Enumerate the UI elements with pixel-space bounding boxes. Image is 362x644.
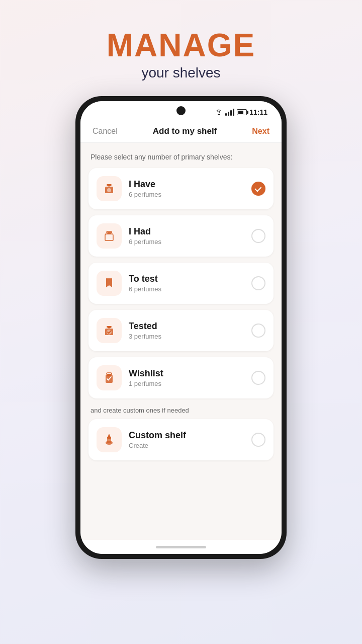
next-button[interactable]: Next bbox=[252, 127, 269, 136]
svg-point-1 bbox=[108, 185, 111, 187]
page-title-main: MANAGE bbox=[107, 28, 255, 63]
shelf-icon-i-have bbox=[97, 176, 122, 201]
svg-point-6 bbox=[108, 327, 111, 329]
shelf-text-wishlist: Wishlist 1 perfumes bbox=[129, 368, 244, 387]
shelf-checkbox-wishlist[interactable] bbox=[251, 371, 265, 385]
shelf-count-i-had: 6 perfumes bbox=[129, 238, 244, 246]
shelf-icon-custom bbox=[97, 427, 122, 452]
shelf-text-custom: Custom shelf Create bbox=[129, 430, 244, 449]
shelf-icon-i-had bbox=[97, 223, 122, 249]
status-bar: 11:11 bbox=[80, 101, 282, 120]
phone-screen: 11:11 Cancel Add to my shelf Next Please… bbox=[80, 101, 282, 554]
shelf-checkbox-to-test[interactable] bbox=[251, 276, 265, 290]
shelf-item-to-test[interactable]: To test 6 perfumes bbox=[88, 263, 274, 304]
svg-point-2 bbox=[107, 188, 111, 192]
shelf-checkbox-i-had[interactable] bbox=[251, 229, 265, 243]
page-title-sub: your shelves bbox=[107, 65, 255, 81]
page-header: MANAGE your shelves bbox=[107, 28, 255, 81]
shelf-checkbox-custom[interactable] bbox=[251, 433, 265, 447]
shelf-item-i-have[interactable]: I Have 6 perfumes bbox=[88, 168, 274, 209]
nav-bar: Cancel Add to my shelf Next bbox=[80, 120, 282, 143]
camera-notch bbox=[176, 106, 186, 115]
shelf-name-wishlist: Wishlist bbox=[129, 368, 244, 379]
shelf-icon-to-test bbox=[97, 271, 122, 296]
cancel-button[interactable]: Cancel bbox=[93, 127, 118, 136]
shelf-checkbox-i-have[interactable] bbox=[251, 182, 265, 196]
home-indicator bbox=[80, 540, 282, 554]
nav-title: Add to my shelf bbox=[153, 126, 217, 136]
shelf-item-tested[interactable]: Tested 3 perfumes bbox=[88, 310, 274, 351]
shelf-text-tested: Tested 3 perfumes bbox=[129, 321, 244, 340]
shelf-name-i-had: I Had bbox=[129, 226, 244, 237]
shelf-item-wishlist[interactable]: Wishlist 1 perfumes bbox=[88, 357, 274, 398]
battery-icon bbox=[237, 109, 247, 115]
signal-icon bbox=[225, 109, 234, 116]
shelf-text-i-have: I Have 6 perfumes bbox=[129, 179, 244, 198]
shelf-count-custom: Create bbox=[129, 442, 244, 449]
phone-frame: 11:11 Cancel Add to my shelf Next Please… bbox=[75, 96, 287, 559]
shelf-count-i-have: 6 perfumes bbox=[129, 191, 244, 198]
primary-section-label: Please select any number of primary shel… bbox=[88, 153, 274, 161]
shelf-checkbox-tested[interactable] bbox=[251, 324, 265, 338]
shelf-count-wishlist: 1 perfumes bbox=[129, 380, 244, 387]
shelf-name-to-test: To test bbox=[129, 274, 244, 284]
shelf-name-custom: Custom shelf bbox=[129, 430, 244, 441]
custom-section-label: and create custom ones if needed bbox=[90, 407, 272, 414]
shelf-text-i-had: I Had 6 perfumes bbox=[129, 226, 244, 246]
shelf-count-tested: 3 perfumes bbox=[129, 333, 244, 340]
status-right: 11:11 bbox=[215, 108, 267, 116]
shelf-count-to-test: 6 perfumes bbox=[129, 285, 244, 293]
svg-rect-13 bbox=[108, 435, 110, 437]
shelf-name-i-have: I Have bbox=[129, 179, 244, 190]
content-area: Please select any number of primary shel… bbox=[80, 143, 282, 540]
status-time: 11:11 bbox=[249, 108, 267, 116]
shelf-icon-wishlist bbox=[97, 365, 122, 390]
home-bar bbox=[156, 546, 206, 548]
shelf-icon-tested bbox=[97, 318, 122, 343]
shelf-item-custom[interactable]: Custom shelf Create bbox=[88, 419, 274, 460]
shelf-item-i-had[interactable]: I Had 6 perfumes bbox=[88, 215, 274, 257]
shelf-name-tested: Tested bbox=[129, 321, 244, 332]
wifi-icon bbox=[215, 109, 223, 115]
shelf-text-to-test: To test 6 perfumes bbox=[129, 274, 244, 293]
